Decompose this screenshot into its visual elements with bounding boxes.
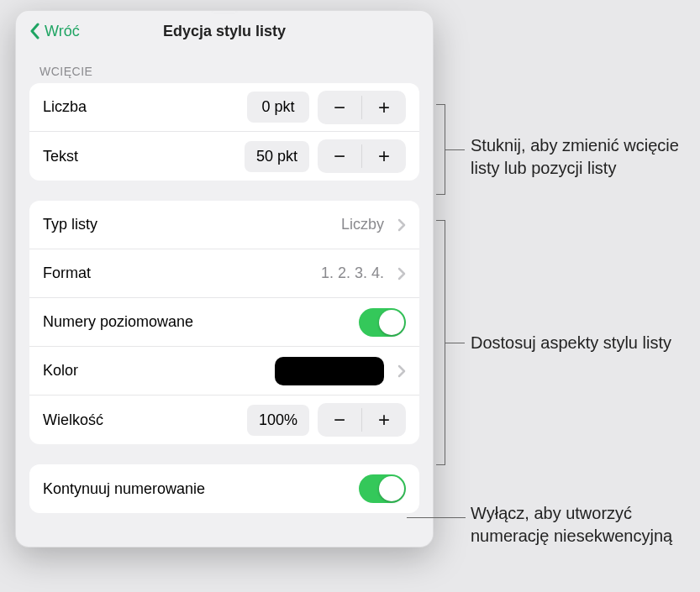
popover-header: Wróć Edycja stylu listy: [16, 11, 433, 51]
section-label-indent: WCIĘCIE: [39, 65, 409, 78]
group-style: Typ listy Liczby Format 1. 2. 3. 4.: [29, 201, 419, 444]
callout-leader-continue: [407, 517, 466, 518]
row-label-continue: Kontynuuj numerowanie: [43, 480, 359, 498]
number-indent-decrement[interactable]: −: [318, 91, 361, 124]
popover-content: WCIĘCIE Liczba 0 pkt − + Tekst 50 pkt: [16, 51, 433, 547]
number-indent-increment[interactable]: +: [362, 91, 406, 124]
row-label-list-type: Typ listy: [43, 216, 341, 233]
row-label-number: Liczba: [43, 98, 247, 116]
row-tiered-numbers: Numery poziomowane: [29, 298, 419, 347]
chevron-right-icon: [397, 364, 406, 378]
number-indent-stepper: − +: [318, 91, 406, 124]
text-indent-stepper: − +: [318, 139, 406, 173]
size-stepper: − +: [318, 403, 406, 437]
chevron-right-icon: [397, 218, 406, 232]
row-label-tiered: Numery poziomowane: [43, 313, 359, 331]
row-label-size: Wielkość: [43, 411, 247, 429]
row-text-indent: Tekst 50 pkt − +: [29, 132, 419, 181]
callout-leader-style: [445, 343, 465, 343]
callout-indent: Stuknij, aby zmienić wcięcie listy lub p…: [471, 134, 689, 180]
callout-style: Dostosuj aspekty stylu listy: [471, 332, 671, 354]
size-increment[interactable]: +: [362, 403, 406, 437]
list-type-value: Liczby: [341, 216, 384, 233]
edit-list-style-popover: Wróć Edycja stylu listy WCIĘCIE Liczba 0…: [15, 10, 434, 547]
text-indent-value: 50 pkt: [245, 141, 309, 172]
continue-numbering-toggle[interactable]: [359, 474, 406, 503]
group-indent: Liczba 0 pkt − + Tekst 50 pkt −: [29, 83, 419, 181]
chevron-left-icon: [29, 23, 41, 39]
back-label: Wróć: [45, 23, 80, 40]
row-size: Wielkość 100% − +: [29, 396, 419, 444]
size-value: 100%: [247, 405, 309, 436]
group-continue: Kontynuuj numerowanie: [29, 464, 419, 513]
row-format[interactable]: Format 1. 2. 3. 4.: [29, 249, 419, 298]
row-list-type[interactable]: Typ listy Liczby: [29, 201, 419, 249]
row-label-format: Format: [43, 265, 321, 282]
row-number-indent: Liczba 0 pkt − +: [29, 83, 419, 132]
back-button[interactable]: Wróć: [29, 23, 80, 40]
color-swatch: [275, 357, 384, 385]
row-label-color: Kolor: [43, 362, 275, 380]
callout-continue: Wyłącz, aby utworzyć numerację niesekwen…: [471, 502, 689, 547]
callout-leader-indent: [445, 149, 465, 150]
format-value: 1. 2. 3. 4.: [321, 265, 384, 282]
row-continue-numbering: Kontynuuj numerowanie: [29, 464, 419, 513]
row-color[interactable]: Kolor: [29, 347, 419, 396]
chevron-right-icon: [397, 267, 406, 280]
size-decrement[interactable]: −: [318, 403, 361, 437]
text-indent-increment[interactable]: +: [362, 139, 406, 173]
row-label-text: Tekst: [43, 148, 245, 165]
number-indent-value: 0 pkt: [247, 92, 309, 123]
tiered-numbers-toggle[interactable]: [359, 308, 406, 337]
text-indent-decrement[interactable]: −: [318, 139, 361, 173]
